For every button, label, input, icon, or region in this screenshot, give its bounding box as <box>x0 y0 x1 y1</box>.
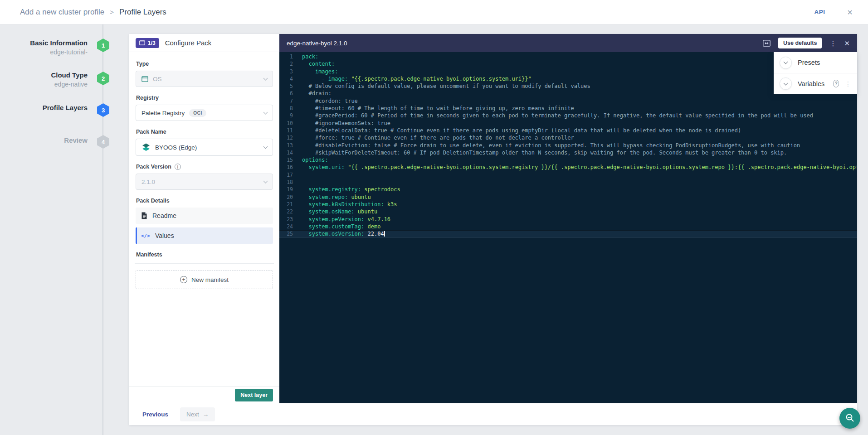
editor-header: edge-native-byoi 2.1.0 Use defaults ⋮ ✕ <box>279 34 857 52</box>
line-number: 5 <box>279 82 293 90</box>
pack-version-select[interactable]: 2.1.0 <box>136 174 273 190</box>
line-content: system.peVersion: v4.7.16 <box>302 216 857 223</box>
code-line-3: 3 images: <box>279 68 857 75</box>
code-token: system.osVersion: <box>308 231 364 237</box>
previous-button[interactable]: Previous <box>142 411 168 418</box>
presets-section-toggle[interactable]: Presets <box>774 52 857 73</box>
pack-version-value: 2.1.0 <box>141 179 259 185</box>
layer-count-text: 1/3 <box>148 40 156 46</box>
pack-version-label: Pack Version i <box>136 164 273 170</box>
code-token <box>302 186 308 193</box>
line-content: #deleteLocalData: true # Continue even i… <box>302 127 857 134</box>
code-token: spectrodocs <box>364 186 400 193</box>
stepper-item-cloud-type[interactable]: Cloud Typeedge-native <box>0 71 88 88</box>
code-line-2: 2 content: <box>279 60 857 68</box>
chevron-down-icon <box>263 76 268 80</box>
readme-tab[interactable]: Readme <box>136 208 273 224</box>
type-select[interactable]: OS <box>136 71 273 87</box>
variables-label: Variables <box>798 80 824 87</box>
code-token <box>302 223 308 230</box>
variables-kebab-menu-icon[interactable]: ⋮ <box>845 80 851 87</box>
line-number: 2 <box>279 60 293 68</box>
variables-section-toggle[interactable]: Variables ? ⋮ <box>774 73 857 94</box>
document-icon <box>141 212 147 219</box>
stepper-item-review[interactable]: Review <box>0 136 88 145</box>
line-content: system.osName: ubuntu <box>302 208 857 215</box>
code-token: content: <box>308 61 335 67</box>
line-number: 20 <box>279 193 293 201</box>
header-divider <box>836 7 836 17</box>
code-token: system.uri: <box>308 164 344 170</box>
new-manifest-button[interactable]: + New manifest <box>136 270 273 289</box>
code-token: pack: <box>302 53 318 60</box>
pack-details-label: Pack Details <box>136 198 273 204</box>
pack-name-label: Pack Name <box>136 129 273 135</box>
close-wizard-icon[interactable]: × <box>847 8 853 17</box>
breadcrumb-parent-link[interactable]: Add a new cluster profile <box>20 8 104 17</box>
code-token <box>302 76 322 82</box>
stepper-item-profile-layers[interactable]: Profile Layers <box>0 104 88 112</box>
code-token: v4.7.16 <box>368 216 391 222</box>
code-line-8: 8 #timeout: 60 # The length of time to w… <box>279 105 857 112</box>
step-subtitle: edge-native <box>0 81 88 88</box>
code-line-22: 22 system.osName: ubuntu <box>279 208 857 215</box>
step-hexagon-2: 2 <box>97 72 109 85</box>
wizard-footer: Previous Next → <box>129 403 857 425</box>
line-content <box>302 171 857 179</box>
code-line-9: 9 #gracePeriod: 60 # Period of time in s… <box>279 112 857 119</box>
code-token: #cordon: true <box>315 98 358 104</box>
code-token: system.peVersion: <box>308 216 364 222</box>
editor-close-icon[interactable]: ✕ <box>844 40 850 47</box>
line-content: #disableEviction: false # Force drain to… <box>302 142 857 149</box>
code-line-17: 17 <box>279 171 857 179</box>
code-token <box>302 208 308 215</box>
editor-kebab-menu-icon[interactable]: ⋮ <box>829 40 836 47</box>
code-token: #disableEviction: false # Force drain to… <box>315 142 800 149</box>
use-defaults-button[interactable]: Use defaults <box>778 38 822 48</box>
values-tab-label: Values <box>155 232 174 239</box>
line-number: 9 <box>279 112 293 119</box>
code-token: - image: <box>322 76 348 82</box>
split-view-icon[interactable] <box>763 40 770 47</box>
api-link[interactable]: API <box>814 9 825 15</box>
next-button[interactable]: Next → <box>180 407 215 421</box>
configure-pack-footer: Next layer <box>129 386 279 403</box>
info-icon[interactable]: i <box>175 164 181 170</box>
code-line-18: 18 <box>279 179 857 186</box>
readme-tab-label: Readme <box>152 212 176 219</box>
help-icon[interactable]: ? <box>833 80 839 87</box>
code-token: #ignoreDaemonSets: true <box>315 120 390 126</box>
stepper-item-basic-information[interactable]: Basic Informationedge-tutorial- <box>0 39 88 56</box>
code-token <box>302 98 315 104</box>
type-value: OS <box>153 76 259 82</box>
line-number: 3 <box>279 68 293 75</box>
help-search-button[interactable] <box>839 408 860 429</box>
line-content: #gracePeriod: 60 # Period of time in sec… <box>302 112 857 119</box>
registry-select[interactable]: Palette Registry OCI <box>136 105 273 121</box>
code-token <box>384 201 387 208</box>
step-hexagon-4: 4 <box>97 135 109 149</box>
editor-title: edge-native-byoi 2.1.0 <box>287 40 347 47</box>
line-number: 19 <box>279 186 293 193</box>
next-button-label: Next <box>186 411 199 418</box>
line-number: 10 <box>279 120 293 127</box>
variables-chevron-button[interactable] <box>780 77 792 90</box>
add-cluster-profile-page: Add a new cluster profile > Profile Laye… <box>0 0 868 435</box>
line-number: 7 <box>279 97 293 105</box>
presets-chevron-button[interactable] <box>780 57 792 69</box>
next-layer-button[interactable]: Next layer <box>235 389 273 401</box>
pack-version-label-text: Pack Version <box>136 164 171 170</box>
code-token <box>302 105 315 111</box>
line-content: system.repo: ubuntu <box>302 193 857 201</box>
code-line-19: 19 system.registry: spectrodocs <box>279 186 857 193</box>
yaml-editor: edge-native-byoi 2.1.0 Use defaults ⋮ ✕ … <box>279 34 857 403</box>
pack-name-select[interactable]: BYOOS (Edge) <box>136 139 273 156</box>
code-token: system.repo: <box>308 194 348 200</box>
line-content: system.customTag: demo <box>302 223 857 230</box>
code-line-4: 4 - image: "{{.spectro.pack.edge-native-… <box>279 75 857 82</box>
search-smile-icon <box>844 413 855 424</box>
values-tab[interactable]: </> Values <box>136 227 273 244</box>
code-editor-content[interactable]: 1pack:2 content:3 images:4 - image: "{{.… <box>279 52 857 403</box>
oci-badge: OCI <box>189 109 206 117</box>
chevron-down-icon <box>263 179 268 183</box>
